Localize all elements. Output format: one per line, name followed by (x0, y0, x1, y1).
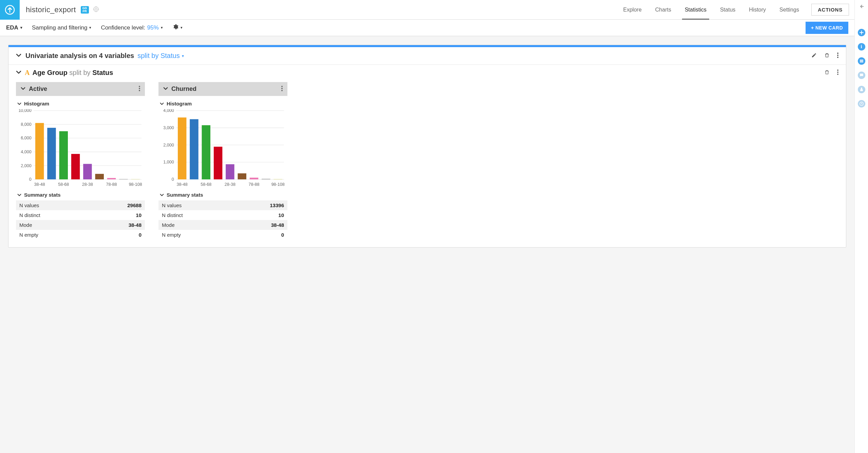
histogram-label: Histogram (24, 101, 49, 106)
histogram-label: Histogram (167, 101, 192, 106)
more-icon[interactable] (281, 86, 283, 92)
tab-label: Charts (655, 7, 671, 13)
svg-text:1,000: 1,000 (163, 160, 174, 164)
stat-row: N values29688 (16, 200, 145, 210)
gear-dropdown[interactable]: ▾ (172, 24, 183, 32)
tab-explore[interactable]: Explore (617, 0, 648, 19)
stat-value: 10 (136, 212, 141, 218)
confidence-prefix: Confidence level: (101, 24, 145, 31)
target-icon[interactable] (93, 6, 99, 13)
rail-add-icon[interactable] (858, 29, 865, 36)
stat-row: N empty0 (158, 230, 287, 240)
gdpr-badge[interactable]: GDPR (81, 6, 89, 14)
confidence-dropdown[interactable]: Confidence level: 95% ▾ (101, 24, 163, 31)
section-header: A Age Group split by Status (8, 65, 846, 79)
stat-value: 0 (139, 232, 141, 238)
panel-header: Churned (158, 82, 287, 96)
svg-text:78-88: 78-88 (249, 182, 260, 187)
stat-label: N distinct (162, 212, 183, 218)
content-area: Univariate analysis on 4 variables split… (0, 37, 854, 453)
svg-rect-29 (47, 128, 56, 179)
tab-charts[interactable]: Charts (648, 0, 678, 19)
tab-settings[interactable]: Settings (773, 0, 806, 19)
panels-row: Active Histogram10,0008,0006,0004,0002,0… (8, 79, 846, 247)
sampling-dropdown[interactable]: Sampling and filtering▾ (32, 24, 91, 31)
svg-text:2,000: 2,000 (21, 163, 31, 168)
edit-icon[interactable] (811, 53, 817, 59)
tab-label: Status (720, 7, 735, 13)
more-icon[interactable] (837, 53, 838, 59)
stat-label: N distinct (19, 212, 40, 218)
delete-icon[interactable] (824, 53, 830, 59)
svg-text:98-108: 98-108 (129, 182, 142, 187)
stat-row: N distinct10 (158, 210, 287, 220)
tab-statistics[interactable]: Statistics (678, 0, 713, 19)
stat-row: Mode38-48 (16, 220, 145, 230)
tab-history[interactable]: History (742, 0, 773, 19)
panel-title: Active (29, 85, 47, 93)
app-logo[interactable] (0, 0, 20, 20)
right-rail: i (854, 0, 868, 453)
svg-point-1 (94, 7, 98, 12)
stat-label: N values (19, 202, 39, 208)
actions-button[interactable]: ACTIONS (811, 4, 849, 16)
rail-list-icon[interactable] (858, 57, 865, 65)
svg-point-12 (837, 74, 838, 75)
collapse-panel-icon[interactable] (163, 86, 168, 92)
stat-row: Mode38-48 (158, 220, 287, 230)
rail-info-icon[interactable]: i (858, 43, 865, 51)
collapse-panel-icon[interactable] (21, 86, 25, 92)
univariate-card: Univariate analysis on 4 variables split… (8, 45, 846, 248)
svg-rect-31 (71, 154, 80, 179)
stats-table: N values13396N distinct10Mode38-48N empt… (158, 200, 287, 240)
histogram-header[interactable]: Histogram (158, 96, 287, 109)
rail-clock-icon[interactable] (858, 100, 865, 107)
rail-chat-icon[interactable] (858, 72, 865, 79)
svg-point-11 (837, 72, 838, 73)
summary-header[interactable]: Summary stats (16, 187, 145, 200)
svg-rect-55 (178, 117, 186, 179)
svg-rect-69 (860, 60, 863, 60)
panel-title: Churned (171, 85, 196, 93)
eda-dropdown[interactable]: EDA▾ (6, 24, 22, 31)
svg-rect-33 (95, 174, 104, 179)
svg-text:28-38: 28-38 (82, 182, 93, 187)
svg-point-8 (837, 55, 838, 56)
section-column-name: Age Group (32, 69, 67, 76)
svg-text:2,000: 2,000 (163, 143, 174, 147)
tab-label: Statistics (685, 7, 706, 13)
more-icon[interactable] (837, 70, 838, 76)
collapse-card-icon[interactable] (16, 53, 21, 59)
svg-point-13 (139, 86, 140, 87)
panel-churned: Churned Histogram4,0003,0002,0001,000038… (158, 82, 287, 240)
tab-label: Settings (779, 7, 799, 13)
text-type-icon: A (25, 69, 30, 77)
tab-status[interactable]: Status (713, 0, 742, 19)
svg-text:98-108: 98-108 (271, 182, 285, 187)
stat-value: 13396 (270, 202, 284, 208)
svg-point-15 (139, 90, 140, 91)
svg-text:38-48: 38-48 (177, 182, 188, 187)
sampling-label: Sampling and filtering (32, 24, 87, 31)
svg-text:4,000: 4,000 (21, 150, 31, 154)
card-split-dropdown[interactable]: split by Status▾ (137, 52, 184, 60)
svg-rect-60 (238, 173, 246, 179)
svg-point-9 (837, 57, 838, 58)
histogram-header[interactable]: Histogram (16, 96, 145, 109)
collapse-rail-icon[interactable] (858, 3, 865, 11)
new-card-button[interactable]: + NEW CARD (806, 22, 848, 34)
collapse-section-icon[interactable] (16, 70, 21, 76)
svg-rect-63 (273, 179, 282, 179)
svg-text:58-68: 58-68 (58, 182, 69, 187)
svg-point-14 (139, 88, 140, 89)
more-icon[interactable] (139, 86, 140, 92)
svg-point-7 (837, 53, 838, 54)
svg-text:38-48: 38-48 (34, 182, 45, 187)
svg-rect-28 (35, 123, 44, 179)
dataset-name[interactable]: historic_export (20, 5, 81, 14)
delete-icon[interactable] (824, 70, 830, 76)
stat-label: Mode (162, 222, 175, 228)
summary-header[interactable]: Summary stats (158, 187, 287, 200)
stat-label: Mode (19, 222, 32, 228)
rail-lab-icon[interactable] (858, 86, 865, 93)
